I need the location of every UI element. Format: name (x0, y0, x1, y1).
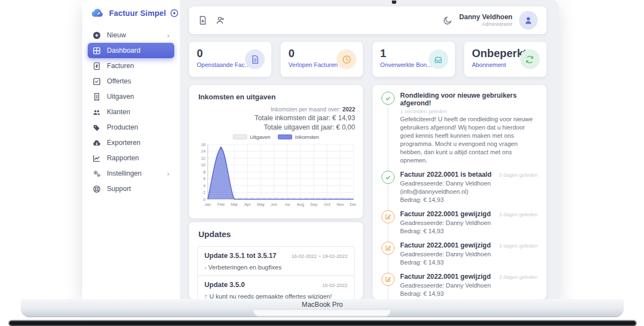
update-body: - Verbeteringen en bugfixes (204, 264, 347, 271)
svg-text:Nov: Nov (337, 202, 344, 207)
trackpad-notch (253, 310, 391, 317)
svg-text:12: 12 (201, 156, 206, 161)
notification-title: Factuur 2022.0001 gewijzigd (400, 273, 495, 280)
svg-text:Aug: Aug (297, 202, 304, 207)
sidebar-menu: Nieuw › Dashboard › Facturen › Offertes … (88, 27, 174, 196)
updates-card: Updates Update 3.5.1 tot 3.5.17 16-02-20… (189, 222, 363, 299)
chart-icon (93, 154, 101, 162)
brand: Factuur Simpel (91, 8, 173, 18)
tags-icon (93, 123, 101, 132)
check-icon (381, 171, 395, 184)
svg-text:Jan: Jan (204, 202, 211, 207)
sidebar-item-klanten[interactable]: Klanten › (88, 104, 174, 120)
notification-item: Rondleiding voor nieuwe gebruikers afger… (381, 92, 538, 165)
life-ring-icon (93, 185, 101, 193)
notification-body: Geadresseerde: Danny Veldhoen Bedrag: € … (400, 282, 538, 298)
svg-text:0: 0 (203, 197, 206, 202)
file-icon (245, 49, 265, 69)
cloud-download-icon (93, 139, 101, 147)
edit-icon (381, 241, 395, 255)
svg-text:Sep: Sep (310, 202, 317, 207)
svg-text:Feb: Feb (218, 202, 225, 207)
stat-card[interactable]: 0 Openstaande Fac... (189, 42, 271, 77)
update-title: Update 3.5.1 tot 3.5.17 (204, 252, 287, 260)
cloud-logo-icon (91, 8, 105, 18)
svg-text:Jun: Jun (271, 202, 277, 207)
chart-summary: Inkomsten per maand over: 2022 Totale in… (255, 106, 355, 131)
svg-text:Apr: Apr (244, 202, 251, 207)
notification-body: Geadresseerde: Danny Veldhoen Bedrag: € … (400, 250, 538, 267)
sidebar-item-offertes[interactable]: Offertes › (88, 74, 174, 89)
svg-text:10: 10 (201, 162, 206, 167)
svg-text:May: May (257, 202, 265, 207)
sync-icon (520, 49, 540, 69)
sidebar-item-instellingen[interactable]: Instellingen › (88, 166, 174, 181)
updates-title: Updates (198, 229, 231, 239)
brand-name: Factuur Simpel (109, 9, 166, 18)
device-label: MacBook Pro (21, 301, 624, 308)
target-icon[interactable] (170, 9, 179, 18)
stat-card[interactable]: 0 Verlopen Facturen (281, 42, 363, 77)
income-expense-chart-card: Inkomsten en uitgaven Inkomsten per maan… (189, 85, 363, 218)
update-item: Update 3.5.1 tot 3.5.17 16-02-2022 ~ 19-… (198, 247, 354, 276)
total-expense-line: Totale uitgaven dit jaar: € 0,00 (255, 123, 355, 131)
notification-item: Factuur 2022.0001 gewijzigd 3 dagen gele… (381, 273, 538, 298)
notification-item: Factuur 2022.0001 is betaald 3 dagen gel… (381, 171, 538, 204)
notification-time: 3 dagen geleden (499, 243, 538, 249)
check-icon (381, 92, 395, 105)
laptop-screen: Factuur Simpel Nieuw › Dashboard (82, 0, 559, 299)
update-title: Update 3.5.0 (204, 281, 318, 289)
update-date: 16-02-2022 ~ 19-02-2022 (292, 254, 347, 259)
notification-body: Geadresseerde: Danny Veldhoen Bedrag: € … (400, 219, 538, 235)
svg-text:16: 16 (201, 142, 206, 147)
svg-text:2: 2 (203, 190, 206, 195)
notification-title: Factuur 2022.0001 gewijzigd (400, 210, 495, 218)
receipt-icon (93, 93, 101, 101)
dark-mode-moon-icon[interactable] (443, 15, 453, 25)
notification-title: Factuur 2022.0001 is betaald (400, 171, 495, 178)
edit-icon (381, 210, 395, 223)
sidebar-item-nieuw[interactable]: Nieuw › (88, 27, 174, 43)
invoice-icon (93, 62, 101, 70)
legend-swatch-uitgaven (233, 134, 247, 139)
main-content: Danny Veldhoen Administrator 0 Openstaan… (180, 0, 559, 299)
laptop-shadow (9, 321, 636, 326)
plus-circle-icon (93, 31, 101, 40)
svg-text:Mar: Mar (231, 202, 238, 207)
svg-text:4: 4 (203, 183, 206, 188)
notification-item: Factuur 2022.0001 gewijzigd 3 dagen gele… (381, 210, 538, 235)
sidebar-item-uitgaven[interactable]: Uitgaven › (88, 89, 174, 104)
laptop-base: MacBook Pro (21, 299, 624, 317)
update-date: 15-02-2022 (322, 283, 347, 288)
sidebar-item-exporteren[interactable]: Exporteren › (88, 135, 174, 150)
page-background: Factuur Simpel Nieuw › Dashboard (0, 0, 644, 326)
chart-legend: Uitgaven Inkomsten (189, 134, 363, 140)
notification-body: Gefeliciteerd! U heeft de rondleiding vo… (400, 115, 538, 165)
sidebar-item-producten[interactable]: Producten › (88, 120, 174, 135)
sidebar-item-dashboard[interactable]: Dashboard › (88, 43, 174, 58)
stat-card[interactable]: Onbeperkt Abonnement (464, 42, 546, 77)
gears-icon (93, 170, 101, 178)
notification-time: 3 dagen geleden (499, 172, 538, 178)
sidebar-item-facturen[interactable]: Facturen › (88, 58, 174, 74)
area-chart: JanFebMarAprMayJunJulAugSepOctNovDec0246… (196, 141, 356, 213)
svg-text:14: 14 (201, 149, 206, 154)
camera-notch (392, 1, 396, 4)
user-role: Administrator (459, 21, 512, 27)
total-income-line: Totale inkomsten dit jaar: € 14,93 (255, 114, 355, 122)
notifications-card: Rondleiding voor nieuwe gebruikers afger… (373, 85, 546, 299)
edit-icon (381, 273, 395, 286)
sidebar-item-rapporten[interactable]: Rapporten › (88, 150, 174, 166)
add-user-icon[interactable] (215, 15, 225, 25)
stat-card[interactable]: 1 Onverwerkte Bon... (373, 42, 455, 77)
notification-body: Geadresseerde: Danny Veldhoen (info@dann… (400, 179, 538, 204)
notification-time: 3 dagen geleden (499, 211, 538, 217)
avatar[interactable] (519, 11, 538, 30)
new-document-icon[interactable] (198, 15, 208, 25)
svg-text:6: 6 (203, 176, 206, 181)
topbar: Danny Veldhoen Administrator (189, 7, 546, 34)
svg-text:Dec: Dec (350, 202, 356, 207)
chart-year: 2022 (343, 106, 355, 113)
sidebar-item-support[interactable]: Support › (88, 181, 174, 196)
notification-title: Factuur 2022.0001 gewijzigd (400, 241, 495, 249)
